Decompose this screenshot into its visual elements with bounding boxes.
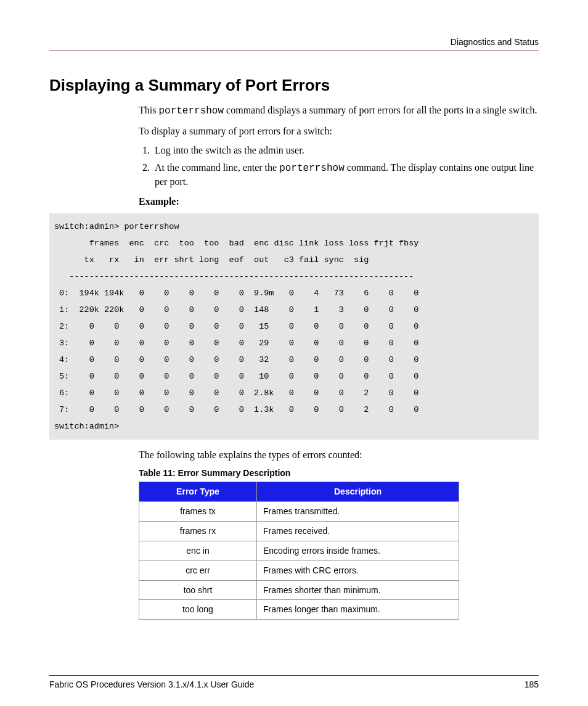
footer-left: Fabric OS Procedures Version 3.1.x/4.1.x…: [49, 679, 254, 689]
table-header-row: Error Type Description: [139, 482, 459, 502]
cell-desc: Frames with CRC errors.: [257, 560, 459, 580]
cell-desc: Frames transmitted.: [257, 501, 459, 521]
table-caption: Table 11: Error Summary Description: [139, 467, 539, 479]
intro-pre: This: [139, 105, 158, 115]
table-row: too long Frames longer than maximum.: [139, 600, 459, 620]
header-section-label: Diagnostics and Status: [49, 37, 539, 47]
cell-desc: Frames longer than maximum.: [257, 600, 459, 620]
cell-desc: Encoding errors inside frames.: [257, 541, 459, 560]
page-title: Displaying a Summary of Port Errors: [49, 76, 539, 95]
page-footer: Fabric OS Procedures Version 3.1.x/4.1.x…: [49, 675, 539, 689]
code-example: switch:admin> porterrshow frames enc crc…: [49, 213, 539, 440]
table-row: crc err Frames with CRC errors.: [139, 560, 459, 580]
step-1: Log into the switch as the admin user.: [152, 144, 539, 157]
after-code-paragraph: The following table explains the types o…: [139, 448, 539, 462]
table-row: too shrt Frames shorter than minimum.: [139, 580, 459, 600]
table-row: enc in Encoding errors inside frames.: [139, 541, 459, 560]
cell-desc: Frames received.: [257, 521, 459, 541]
intro-code: porterrshow: [158, 105, 224, 117]
table-row: frames rx Frames received.: [139, 521, 459, 541]
lead-in: To display a summary of port errors for …: [139, 125, 539, 138]
step-2: At the command line, enter the porterrsh…: [152, 161, 539, 189]
intro-paragraph: This porterrshow command displays a summ…: [139, 104, 539, 118]
cell-desc: Frames shorter than minimum.: [257, 580, 459, 600]
steps-list: Log into the switch as the admin user. A…: [139, 144, 539, 189]
step-2-code: porterrshow: [279, 163, 345, 174]
intro-post: command displays a summary of port error…: [224, 105, 537, 115]
cell-type: crc err: [139, 560, 257, 580]
example-label: Example:: [139, 195, 539, 208]
header-rule: [49, 51, 539, 51]
table-head-type: Error Type: [139, 482, 257, 502]
cell-type: too shrt: [139, 580, 257, 600]
table-head-desc: Description: [257, 482, 459, 502]
cell-type: too long: [139, 600, 257, 620]
step-2-pre: At the command line, enter the: [155, 162, 279, 173]
cell-type: enc in: [139, 541, 257, 560]
table-row: frames tx Frames transmitted.: [139, 501, 459, 521]
cell-type: frames rx: [139, 521, 257, 541]
footer-page-number: 185: [525, 679, 539, 689]
cell-type: frames tx: [139, 501, 257, 521]
error-summary-table: Error Type Description frames tx Frames …: [139, 482, 459, 620]
